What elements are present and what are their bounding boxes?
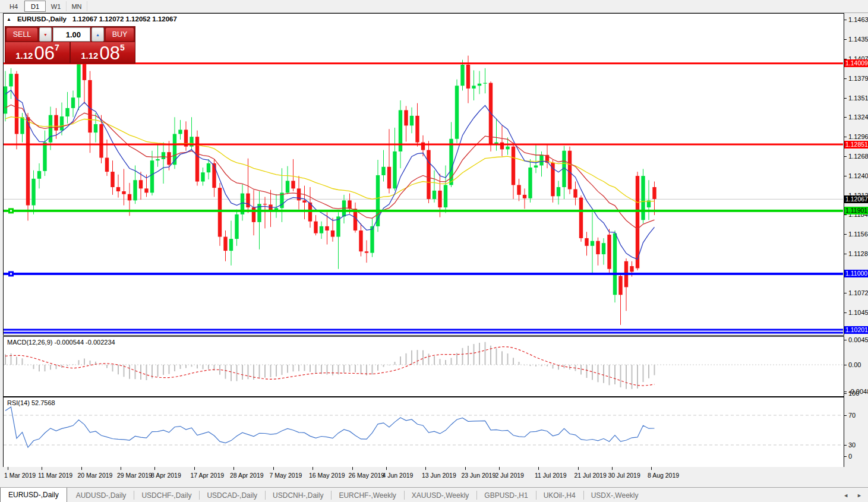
chart-tab-usdx-weekly[interactable]: USDX-,Weekly [583,488,646,502]
candle-body [320,226,323,233]
candle-body [591,241,594,246]
candle-body [506,147,509,150]
candle-body [99,124,103,158]
volume-increase-button[interactable]: ▲ [91,27,104,42]
candle-body [26,117,30,205]
sell-price-display[interactable]: 1.12 06 7 [5,42,71,63]
candle-body [602,243,605,254]
candle-body [37,171,41,179]
candle-body [133,180,137,200]
candle-body [455,86,459,138]
candle-body [607,235,611,269]
chart-tab-audusd-daily[interactable]: AUDUSD-,Daily [68,488,134,502]
candle-body [195,137,199,181]
candle-body [4,86,7,113]
chart-tab-xauusd-weekly[interactable]: XAUUSD-,Weekly [404,488,476,502]
date-tick [465,467,466,470]
candle-body [551,163,554,197]
candle-body [387,167,391,188]
timeframe-toolbar: H4D1W1MN [0,0,868,13]
price-tick-label: 1.13795 [848,75,868,82]
level-price-label: 1.11901 [844,207,868,214]
date-axis[interactable]: 1 Mar 201911 Mar 201920 Mar 201929 Mar 2… [3,467,844,486]
buy-button[interactable]: BUY [105,27,134,42]
candle-body [568,151,572,190]
date-tick-label: 29 Mar 2019 [117,472,152,479]
candle-body [579,198,583,238]
candle-body [128,194,131,201]
timeframe-button-h4[interactable]: H4 [4,1,24,11]
rsi-line [5,407,655,447]
collapse-triangle-icon[interactable]: ▲ [7,17,11,22]
volume-decrease-button[interactable]: ▼ [39,27,52,42]
macd-tick-label: 0.004517 [848,336,868,343]
candle-body [235,214,238,239]
date-tick [273,467,274,470]
chart-tab-usdchf-daily[interactable]: USDCHF-,Daily [134,488,199,502]
price-axis[interactable]: 1.146351.143551.140751.137951.135151.132… [844,13,868,473]
chart-tab-eurusd-daily[interactable]: EURUSD-,Daily [0,488,67,502]
level-price-label: 1.14009 [844,59,868,67]
candle-body [122,191,125,194]
buy-price-display[interactable]: 1.12 08 5 [71,42,135,63]
candle-body [534,165,538,168]
date-tick-label: 20 Mar 2019 [78,472,113,479]
date-tick-label: 28 Apr 2019 [230,472,264,479]
price-tick [844,156,847,157]
rsi-tick [844,415,847,416]
tab-scroll-left-icon[interactable]: ◄ [843,492,848,498]
price-tick-label: 1.11285 [848,250,868,257]
macd-indicator-panel[interactable]: MACD(12,26,9) -0.000544 -0.002234 [3,336,844,397]
date-tick [612,467,613,470]
candle-body [460,65,464,86]
level-line [4,329,843,331]
price-tick [844,254,847,254]
date-tick-label: 8 Apr 2019 [151,472,181,479]
candle-body [286,181,289,192]
volume-input[interactable]: 1.00 [53,27,90,42]
spin-down-icon: ▼ [43,33,48,37]
tab-scroll-controls: ◄► [843,488,868,502]
price-tick [844,117,847,118]
rsi-tick-label: 100 [848,390,859,397]
sell-price-digits: 06 [34,45,54,62]
macd-tick [844,392,847,392]
timeframe-button-d1[interactable]: D1 [24,1,46,12]
level-line [4,210,843,212]
price-tick [844,137,847,137]
date-tick [499,467,500,470]
candle-body [167,152,171,165]
tab-scroll-right-icon[interactable]: ► [857,492,862,498]
timeframe-button-mn[interactable]: MN [67,1,87,11]
macd-signal-line [5,347,655,386]
date-tick [42,467,42,470]
candle-body [613,233,617,295]
candle-body [517,185,520,194]
sell-price-prefix: 1.12 [15,50,33,61]
candle-body [472,86,475,89]
date-tick-label: 8 Aug 2019 [648,472,679,479]
candle-body [348,200,351,209]
date-tick-label: 21 Jul 2019 [575,472,607,479]
macd-label: MACD(12,26,9) -0.000544 -0.002234 [7,339,115,346]
chart-tab-usdcad-daily[interactable]: USDCAD-,Daily [199,488,265,502]
candle-body [20,117,24,134]
price-tick-label: 1.12400 [848,172,868,179]
mt4-window: H4D1W1MN ▲ EURUSD-,Daily 1.12067 1.12072… [0,0,868,502]
chart-tab-usdcnh-daily[interactable]: USDCNH-,Daily [265,488,331,502]
candle-body [393,151,396,188]
candle-body [630,266,633,271]
chart-tab-ukoil-h4[interactable]: UKOil-,H4 [536,488,583,502]
candle-body [444,185,447,207]
chart-tab-eurchf-weekly[interactable]: EURCHF-,Weekly [331,488,403,502]
rsi-indicator-panel[interactable]: RSI(14) 52.7568 [3,397,844,468]
candle-body [218,188,222,236]
price-tick-label: 1.12960 [848,133,868,140]
timeframe-button-w1[interactable]: W1 [46,1,67,11]
sell-button[interactable]: SELL [6,27,38,42]
date-tick-label: 11 Mar 2019 [38,472,72,479]
date-tick-label: 26 May 2019 [349,472,385,479]
rsi-label: RSI(14) 52.7568 [7,399,55,406]
chart-tab-gbpusd-h1[interactable]: GBPUSD-,H1 [476,488,535,502]
date-tick-label: 13 Jun 2019 [422,472,456,479]
